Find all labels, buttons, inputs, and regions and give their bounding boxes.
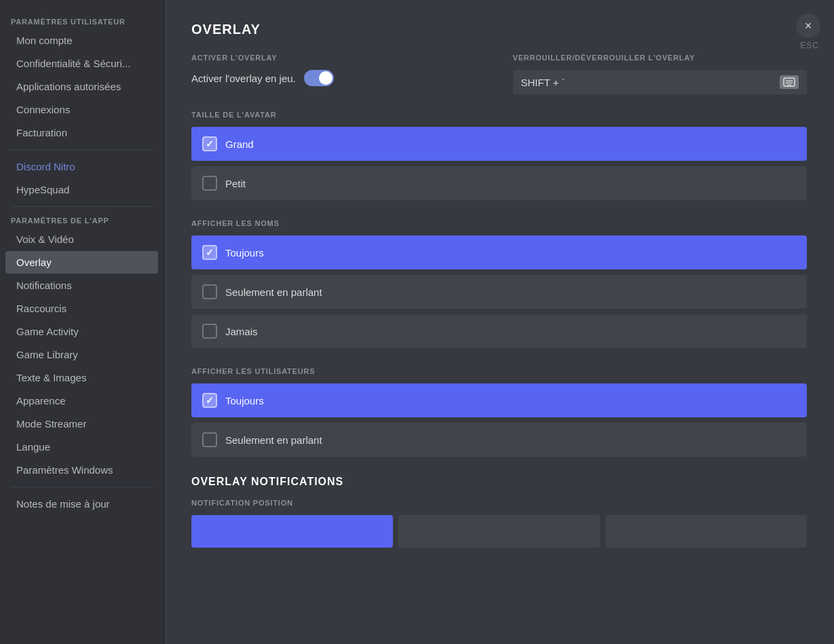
esc-label: ESC (800, 41, 819, 50)
sidebar-item-hypesquad[interactable]: HypeSquad (5, 178, 158, 201)
sidebar-divider-1 (11, 149, 153, 150)
checkbox-names-seulement (202, 284, 217, 299)
avatar-option-petit[interactable]: Petit (191, 166, 807, 200)
overlay-toggle[interactable] (304, 70, 334, 86)
activate-col: ACTIVER L'OVERLAY Activer l'overlay en j… (191, 54, 486, 86)
users-option-seulement[interactable]: Seulement en parlant (191, 423, 807, 457)
sidebar: PARAMÈTRES UTILISATEUR Mon compte Confid… (0, 0, 164, 644)
section-avatar: TAILLE DE L'AVATAR ✓ Grand Petit (191, 111, 807, 200)
sidebar-item-confidentialite[interactable]: Confidentialité & Sécuri... (5, 52, 158, 75)
sidebar-section-app: PARAMÈTRES DE L'APP (0, 212, 164, 227)
section-names: AFFICHER LES NOMS ✓ Toujours Seulement e… (191, 219, 807, 348)
avatar-label-grand: Grand (225, 138, 254, 150)
checkbox-users-seulement (202, 432, 217, 447)
sidebar-item-connexions[interactable]: Connexions (5, 98, 158, 121)
sidebar-item-mon-compte[interactable]: Mon compte (5, 29, 158, 52)
notification-position-row (191, 515, 807, 548)
sidebar-item-notifications[interactable]: Notifications (5, 274, 158, 297)
checkbox-users-toujours: ✓ (202, 393, 217, 408)
sidebar-item-game-activity[interactable]: Game Activity (5, 320, 158, 343)
names-option-toujours[interactable]: ✓ Toujours (191, 235, 807, 269)
section-label-users: AFFICHER LES UTILISATEURS (191, 367, 807, 375)
keybind-text: SHIFT + ` (521, 77, 775, 88)
sidebar-divider-3 (11, 487, 153, 487)
sidebar-divider-2 (11, 206, 153, 207)
users-label-seulement: Seulement en parlant (225, 434, 322, 446)
keybind-col: VERROUILLER/DÉVERROUILLER L'OVERLAY SHIF… (513, 54, 808, 94)
section-overlay-notifications: OVERLAY NOTIFICATIONS NOTIFICATION POSIT… (191, 476, 807, 548)
section-label-keybind: VERROUILLER/DÉVERROUILLER L'OVERLAY (513, 54, 808, 62)
sidebar-item-langue[interactable]: Langue (5, 436, 158, 458)
avatar-option-grand[interactable]: ✓ Grand (191, 127, 807, 161)
sidebar-item-overlay[interactable]: Overlay (5, 251, 158, 273)
checkbox-grand: ✓ (202, 136, 217, 151)
toggle-text: Activer l'overlay en jeu. (191, 73, 296, 84)
page-title: OVERLAY (191, 22, 807, 37)
position-btn-2[interactable] (398, 515, 600, 548)
sidebar-item-facturation[interactable]: Facturation (5, 121, 158, 144)
sidebar-item-voix-video[interactable]: Voix & Vidéo (5, 228, 158, 250)
sidebar-item-applications[interactable]: Applications autorisées (5, 75, 158, 98)
main-content: × ESC OVERLAY ACTIVER L'OVERLAY Activer … (164, 0, 834, 644)
names-label-toujours: Toujours (225, 247, 264, 259)
section-label-avatar: TAILLE DE L'AVATAR (191, 111, 807, 119)
sidebar-item-game-library[interactable]: Game Library (5, 343, 158, 366)
sidebar-item-texte-images[interactable]: Texte & Images (5, 366, 158, 389)
names-label-seulement: Seulement en parlant (225, 286, 322, 298)
sidebar-item-discord-nitro[interactable]: Discord Nitro (5, 155, 158, 178)
position-btn-1[interactable] (191, 515, 393, 548)
sidebar-item-parametres-windows[interactable]: Paramètres Windows (5, 459, 158, 481)
close-button[interactable]: × (796, 14, 820, 38)
keybind-box[interactable]: SHIFT + ` (513, 70, 808, 94)
position-btn-3[interactable] (605, 515, 807, 548)
sidebar-item-raccourcis[interactable]: Raccourcis (5, 297, 158, 320)
sidebar-item-notes-mise-a-jour[interactable]: Notes de mise à jour (5, 493, 158, 515)
names-label-jamais: Jamais (225, 326, 258, 337)
section-users: AFFICHER LES UTILISATEURS ✓ Toujours Seu… (191, 367, 807, 457)
section-label-notification-position: NOTIFICATION POSITION (191, 499, 807, 507)
sidebar-section-user: PARAMÈTRES UTILISATEUR (0, 14, 164, 29)
users-label-toujours: Toujours (225, 395, 264, 406)
sidebar-item-mode-streamer[interactable]: Mode Streamer (5, 413, 158, 435)
checkbox-names-toujours: ✓ (202, 245, 217, 260)
checkbox-names-jamais (202, 324, 217, 339)
sidebar-item-apparence[interactable]: Apparence (5, 390, 158, 412)
activate-keybind-row: ACTIVER L'OVERLAY Activer l'overlay en j… (191, 54, 807, 94)
names-option-seulement[interactable]: Seulement en parlant (191, 275, 807, 309)
keyboard-icon (780, 75, 799, 89)
avatar-label-petit: Petit (225, 178, 246, 189)
toggle-knob (319, 71, 333, 85)
section-label-activate: ACTIVER L'OVERLAY (191, 54, 486, 62)
toggle-label-row: Activer l'overlay en jeu. (191, 70, 486, 86)
section-label-names: AFFICHER LES NOMS (191, 219, 807, 227)
overlay-notifications-title: OVERLAY NOTIFICATIONS (191, 476, 807, 488)
names-option-jamais[interactable]: Jamais (191, 314, 807, 348)
checkbox-petit (202, 176, 217, 191)
users-option-toujours[interactable]: ✓ Toujours (191, 383, 807, 417)
